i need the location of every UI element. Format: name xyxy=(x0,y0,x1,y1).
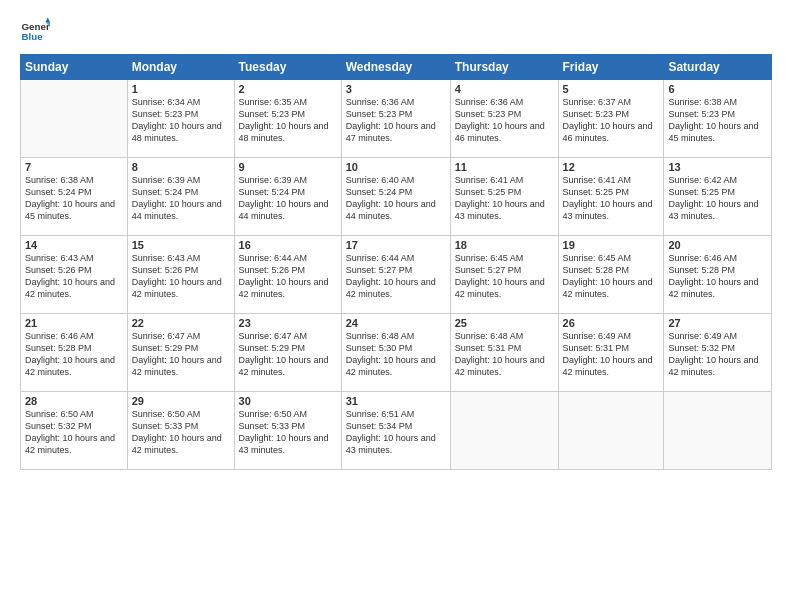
day-info: Sunrise: 6:36 AM Sunset: 5:23 PM Dayligh… xyxy=(455,96,554,145)
calendar-cell xyxy=(450,392,558,470)
day-info: Sunrise: 6:42 AM Sunset: 5:25 PM Dayligh… xyxy=(668,174,767,223)
weekday-tuesday: Tuesday xyxy=(234,55,341,80)
calendar-cell xyxy=(558,392,664,470)
weekday-header-row: SundayMondayTuesdayWednesdayThursdayFrid… xyxy=(21,55,772,80)
day-info: Sunrise: 6:35 AM Sunset: 5:23 PM Dayligh… xyxy=(239,96,337,145)
day-number: 22 xyxy=(132,317,230,329)
day-number: 5 xyxy=(563,83,660,95)
day-info: Sunrise: 6:49 AM Sunset: 5:31 PM Dayligh… xyxy=(563,330,660,379)
day-number: 25 xyxy=(455,317,554,329)
day-number: 30 xyxy=(239,395,337,407)
calendar-cell: 18Sunrise: 6:45 AM Sunset: 5:27 PM Dayli… xyxy=(450,236,558,314)
day-number: 16 xyxy=(239,239,337,251)
day-number: 18 xyxy=(455,239,554,251)
calendar-table: SundayMondayTuesdayWednesdayThursdayFrid… xyxy=(20,54,772,470)
calendar-cell: 25Sunrise: 6:48 AM Sunset: 5:31 PM Dayli… xyxy=(450,314,558,392)
calendar-cell: 15Sunrise: 6:43 AM Sunset: 5:26 PM Dayli… xyxy=(127,236,234,314)
calendar-cell: 30Sunrise: 6:50 AM Sunset: 5:33 PM Dayli… xyxy=(234,392,341,470)
day-info: Sunrise: 6:44 AM Sunset: 5:27 PM Dayligh… xyxy=(346,252,446,301)
calendar-cell: 16Sunrise: 6:44 AM Sunset: 5:26 PM Dayli… xyxy=(234,236,341,314)
day-number: 13 xyxy=(668,161,767,173)
day-number: 1 xyxy=(132,83,230,95)
weekday-friday: Friday xyxy=(558,55,664,80)
day-info: Sunrise: 6:36 AM Sunset: 5:23 PM Dayligh… xyxy=(346,96,446,145)
day-number: 6 xyxy=(668,83,767,95)
calendar-week-row: 14Sunrise: 6:43 AM Sunset: 5:26 PM Dayli… xyxy=(21,236,772,314)
day-number: 14 xyxy=(25,239,123,251)
day-number: 12 xyxy=(563,161,660,173)
day-info: Sunrise: 6:38 AM Sunset: 5:23 PM Dayligh… xyxy=(668,96,767,145)
calendar-week-row: 21Sunrise: 6:46 AM Sunset: 5:28 PM Dayli… xyxy=(21,314,772,392)
day-number: 29 xyxy=(132,395,230,407)
weekday-monday: Monday xyxy=(127,55,234,80)
calendar-cell: 4Sunrise: 6:36 AM Sunset: 5:23 PM Daylig… xyxy=(450,80,558,158)
calendar-cell xyxy=(21,80,128,158)
day-info: Sunrise: 6:41 AM Sunset: 5:25 PM Dayligh… xyxy=(455,174,554,223)
calendar-cell xyxy=(664,392,772,470)
calendar-cell: 6Sunrise: 6:38 AM Sunset: 5:23 PM Daylig… xyxy=(664,80,772,158)
calendar-cell: 8Sunrise: 6:39 AM Sunset: 5:24 PM Daylig… xyxy=(127,158,234,236)
calendar-cell: 14Sunrise: 6:43 AM Sunset: 5:26 PM Dayli… xyxy=(21,236,128,314)
weekday-sunday: Sunday xyxy=(21,55,128,80)
day-number: 3 xyxy=(346,83,446,95)
svg-marker-2 xyxy=(46,18,51,23)
calendar-cell: 29Sunrise: 6:50 AM Sunset: 5:33 PM Dayli… xyxy=(127,392,234,470)
calendar-cell: 12Sunrise: 6:41 AM Sunset: 5:25 PM Dayli… xyxy=(558,158,664,236)
day-number: 8 xyxy=(132,161,230,173)
calendar-cell: 28Sunrise: 6:50 AM Sunset: 5:32 PM Dayli… xyxy=(21,392,128,470)
header: General Blue xyxy=(20,16,772,46)
calendar-cell: 7Sunrise: 6:38 AM Sunset: 5:24 PM Daylig… xyxy=(21,158,128,236)
day-info: Sunrise: 6:43 AM Sunset: 5:26 PM Dayligh… xyxy=(132,252,230,301)
calendar-cell: 24Sunrise: 6:48 AM Sunset: 5:30 PM Dayli… xyxy=(341,314,450,392)
calendar-cell: 22Sunrise: 6:47 AM Sunset: 5:29 PM Dayli… xyxy=(127,314,234,392)
day-number: 4 xyxy=(455,83,554,95)
weekday-thursday: Thursday xyxy=(450,55,558,80)
day-info: Sunrise: 6:41 AM Sunset: 5:25 PM Dayligh… xyxy=(563,174,660,223)
day-info: Sunrise: 6:44 AM Sunset: 5:26 PM Dayligh… xyxy=(239,252,337,301)
day-info: Sunrise: 6:47 AM Sunset: 5:29 PM Dayligh… xyxy=(239,330,337,379)
day-number: 27 xyxy=(668,317,767,329)
day-info: Sunrise: 6:45 AM Sunset: 5:28 PM Dayligh… xyxy=(563,252,660,301)
day-number: 11 xyxy=(455,161,554,173)
day-info: Sunrise: 6:50 AM Sunset: 5:33 PM Dayligh… xyxy=(239,408,337,457)
day-number: 17 xyxy=(346,239,446,251)
day-info: Sunrise: 6:47 AM Sunset: 5:29 PM Dayligh… xyxy=(132,330,230,379)
day-info: Sunrise: 6:43 AM Sunset: 5:26 PM Dayligh… xyxy=(25,252,123,301)
day-number: 2 xyxy=(239,83,337,95)
svg-text:Blue: Blue xyxy=(22,31,44,42)
day-info: Sunrise: 6:40 AM Sunset: 5:24 PM Dayligh… xyxy=(346,174,446,223)
calendar-cell: 19Sunrise: 6:45 AM Sunset: 5:28 PM Dayli… xyxy=(558,236,664,314)
day-info: Sunrise: 6:34 AM Sunset: 5:23 PM Dayligh… xyxy=(132,96,230,145)
day-info: Sunrise: 6:38 AM Sunset: 5:24 PM Dayligh… xyxy=(25,174,123,223)
day-info: Sunrise: 6:48 AM Sunset: 5:30 PM Dayligh… xyxy=(346,330,446,379)
calendar-cell: 23Sunrise: 6:47 AM Sunset: 5:29 PM Dayli… xyxy=(234,314,341,392)
day-info: Sunrise: 6:49 AM Sunset: 5:32 PM Dayligh… xyxy=(668,330,767,379)
calendar-cell: 10Sunrise: 6:40 AM Sunset: 5:24 PM Dayli… xyxy=(341,158,450,236)
calendar-cell: 20Sunrise: 6:46 AM Sunset: 5:28 PM Dayli… xyxy=(664,236,772,314)
day-number: 9 xyxy=(239,161,337,173)
day-number: 7 xyxy=(25,161,123,173)
logo: General Blue xyxy=(20,16,54,46)
calendar-cell: 21Sunrise: 6:46 AM Sunset: 5:28 PM Dayli… xyxy=(21,314,128,392)
day-info: Sunrise: 6:50 AM Sunset: 5:32 PM Dayligh… xyxy=(25,408,123,457)
logo-icon: General Blue xyxy=(20,16,50,46)
day-number: 26 xyxy=(563,317,660,329)
weekday-saturday: Saturday xyxy=(664,55,772,80)
day-number: 23 xyxy=(239,317,337,329)
day-info: Sunrise: 6:50 AM Sunset: 5:33 PM Dayligh… xyxy=(132,408,230,457)
day-info: Sunrise: 6:51 AM Sunset: 5:34 PM Dayligh… xyxy=(346,408,446,457)
day-number: 10 xyxy=(346,161,446,173)
calendar-cell: 9Sunrise: 6:39 AM Sunset: 5:24 PM Daylig… xyxy=(234,158,341,236)
calendar-week-row: 7Sunrise: 6:38 AM Sunset: 5:24 PM Daylig… xyxy=(21,158,772,236)
calendar-cell: 2Sunrise: 6:35 AM Sunset: 5:23 PM Daylig… xyxy=(234,80,341,158)
day-info: Sunrise: 6:46 AM Sunset: 5:28 PM Dayligh… xyxy=(668,252,767,301)
calendar-cell: 11Sunrise: 6:41 AM Sunset: 5:25 PM Dayli… xyxy=(450,158,558,236)
day-info: Sunrise: 6:48 AM Sunset: 5:31 PM Dayligh… xyxy=(455,330,554,379)
calendar-cell: 17Sunrise: 6:44 AM Sunset: 5:27 PM Dayli… xyxy=(341,236,450,314)
calendar-cell: 27Sunrise: 6:49 AM Sunset: 5:32 PM Dayli… xyxy=(664,314,772,392)
day-number: 28 xyxy=(25,395,123,407)
day-number: 31 xyxy=(346,395,446,407)
calendar-week-row: 1Sunrise: 6:34 AM Sunset: 5:23 PM Daylig… xyxy=(21,80,772,158)
day-info: Sunrise: 6:39 AM Sunset: 5:24 PM Dayligh… xyxy=(132,174,230,223)
day-number: 15 xyxy=(132,239,230,251)
